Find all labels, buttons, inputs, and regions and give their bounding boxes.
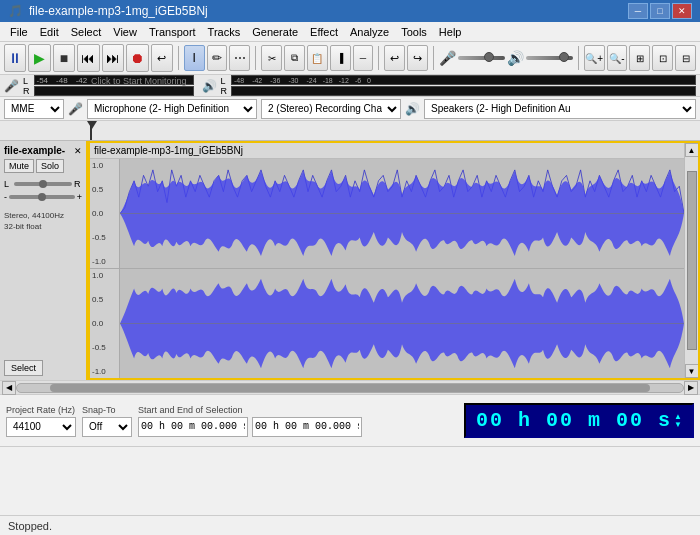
stop-button[interactable]: ■ [53, 44, 75, 72]
selection-field: Start and End of Selection [138, 405, 458, 437]
gain-plus-label: + [77, 192, 82, 202]
draw-tool-button[interactable]: ✏ [207, 45, 228, 71]
silence-button[interactable]: ─ [353, 45, 374, 71]
input-gain-slider[interactable] [458, 56, 505, 60]
menubar: File Edit Select View Transport Tracks G… [0, 22, 700, 42]
scroll-right-button[interactable]: ▶ [684, 381, 698, 395]
scroll-left-button[interactable]: ◀ [2, 381, 16, 395]
cursor-tool-button[interactable]: I [184, 45, 205, 71]
skip-end-button[interactable]: ⏭ [102, 44, 124, 72]
output-device-select[interactable]: Speakers (2- High Definition Au [424, 99, 696, 119]
toolbar-sep-2 [255, 46, 256, 70]
track-close-icon[interactable]: ✕ [74, 146, 82, 156]
project-rate-select[interactable]: 44100 [6, 417, 76, 437]
output-icon: 🔊 [202, 79, 217, 93]
select-button[interactable]: Select [4, 360, 43, 376]
time-display-value: 00 h 00 m 00 s [476, 409, 672, 432]
left-gain-slider[interactable] [14, 182, 72, 186]
lr-label: LR [23, 76, 30, 96]
menu-effect[interactable]: Effect [304, 24, 344, 40]
input-device-icon: 🎤 [68, 102, 83, 116]
paste-button[interactable]: 📋 [307, 45, 328, 71]
scroll-thumb[interactable] [687, 171, 697, 350]
menu-select[interactable]: Select [65, 24, 108, 40]
copy-button[interactable]: ⧉ [284, 45, 305, 71]
play-button[interactable]: ▶ [28, 44, 50, 72]
waveform-track-title: file-example-mp3-1mg_iGEb5BNj [90, 143, 698, 159]
left-channel-label: L [4, 179, 12, 189]
toolbar-sep-4 [433, 46, 434, 70]
snap-to-select[interactable]: Off [82, 417, 132, 437]
zoom-project-button[interactable]: ⊟ [675, 45, 696, 71]
toolbar-sep-5 [578, 46, 579, 70]
mic-icon: 🎤 [439, 50, 456, 66]
mute-button[interactable]: Mute [4, 159, 34, 173]
menu-edit[interactable]: Edit [34, 24, 65, 40]
menu-help[interactable]: Help [433, 24, 468, 40]
maximize-button[interactable]: □ [650, 3, 670, 19]
zoom-selection-button[interactable]: ⊡ [652, 45, 673, 71]
volume-slider[interactable] [9, 195, 75, 199]
minimize-button[interactable]: ─ [628, 3, 648, 19]
channel-2-svg [120, 269, 684, 378]
bottom-bar: Project Rate (Hz) 44100 Snap-To Off Star… [0, 395, 700, 447]
selection-start-input[interactable] [138, 417, 248, 437]
scroll-down-arrow[interactable]: ▼ [685, 364, 699, 378]
track-panel: file-example- ✕ Mute Solo L R - + [0, 141, 88, 380]
menu-file[interactable]: File [4, 24, 34, 40]
input-channels-select[interactable]: 2 (Stereo) Recording Chann [261, 99, 401, 119]
vertical-scrollbar[interactable]: ▲ ▼ [684, 143, 698, 378]
menu-tools[interactable]: Tools [395, 24, 433, 40]
status-bar: Stopped. [0, 515, 700, 535]
menu-tracks[interactable]: Tracks [202, 24, 247, 40]
toolbar-sep-1 [178, 46, 179, 70]
time-down-arrow[interactable]: ▼ [674, 421, 682, 429]
gain-minus-label: - [4, 192, 7, 202]
skip-start-button[interactable]: ⏮ [77, 44, 99, 72]
menu-transport[interactable]: Transport [143, 24, 202, 40]
scroll-up-arrow[interactable]: ▲ [685, 143, 699, 157]
channel-1-scale: 1.0 0.5 0.0 -0.5 -1.0 [90, 159, 120, 268]
zoom-in-button[interactable]: 🔍+ [584, 45, 605, 71]
menu-view[interactable]: View [107, 24, 143, 40]
right-channel-label: R [74, 179, 82, 189]
time-ruler: 0 5 10 15 20 25 [0, 121, 700, 141]
menu-analyze[interactable]: Analyze [344, 24, 395, 40]
level-meter-bar: 🎤 LR -54 -48 -42 Click to Start Monitori… [0, 75, 700, 97]
channel-1-svg [120, 159, 684, 268]
click-to-monitor-label[interactable]: Click to Start Monitoring [91, 76, 187, 86]
output-lr-label: LR [221, 76, 228, 96]
snap-to-field: Snap-To Off [82, 405, 132, 437]
project-rate-field: Project Rate (Hz) 44100 [6, 405, 76, 437]
record-button[interactable]: ⏺ [126, 44, 148, 72]
audio-host-select[interactable]: MME [4, 99, 64, 119]
trim-button[interactable]: ▐ [330, 45, 351, 71]
envelope-tool-button[interactable]: ⋯ [229, 45, 250, 71]
pause-button[interactable]: ⏸ [4, 44, 26, 72]
input-device-select[interactable]: Microphone (2- High Definition [87, 99, 257, 119]
speaker-icon: 🔊 [507, 50, 524, 66]
titlebar: 🎵 file-example-mp3-1mg_iGEb5BNj ─ □ ✕ [0, 0, 700, 22]
output-gain-slider[interactable] [526, 56, 573, 60]
horizontal-scroll-thumb[interactable] [50, 384, 649, 392]
selection-label: Start and End of Selection [138, 405, 458, 415]
cut-button[interactable]: ✂ [261, 45, 282, 71]
waveform-area[interactable]: file-example-mp3-1mg_iGEb5BNj 1.0 0.5 0.… [88, 141, 700, 380]
channel-2-scale: 1.0 0.5 0.0 -0.5 -1.0 [90, 269, 120, 378]
redo-button[interactable]: ↪ [407, 45, 428, 71]
selection-end-input[interactable] [252, 417, 362, 437]
horizontal-scrollbar[interactable] [16, 383, 684, 393]
status-text: Stopped. [8, 520, 52, 532]
loop-button[interactable]: ↩ [151, 44, 173, 72]
solo-button[interactable]: Solo [36, 159, 64, 173]
undo-button[interactable]: ↩ [384, 45, 405, 71]
menu-generate[interactable]: Generate [246, 24, 304, 40]
horizontal-scroll-area[interactable]: ◀ ▶ [0, 381, 700, 395]
zoom-fit-button[interactable]: ⊞ [629, 45, 650, 71]
zoom-out-button[interactable]: 🔍- [607, 45, 628, 71]
close-button[interactable]: ✕ [672, 3, 692, 19]
time-display: 00 h 00 m 00 s ▲ ▼ [464, 403, 694, 438]
track-info: Stereo, 44100Hz32-bit float [4, 210, 82, 232]
snap-to-label: Snap-To [82, 405, 132, 415]
channel-2-waveform: 1.0 0.5 0.0 -0.5 -1.0 [90, 268, 698, 378]
